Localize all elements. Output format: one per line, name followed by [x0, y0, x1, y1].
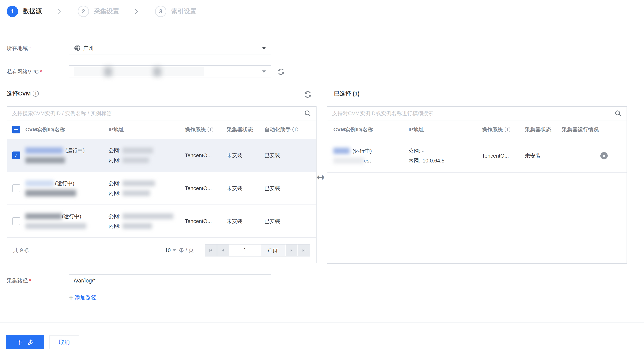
cancel-button[interactable]: 取消 — [50, 335, 79, 349]
redacted-public-ip — [122, 181, 155, 186]
page-size-select[interactable]: 10 条 / 页 — [165, 247, 194, 254]
current-page[interactable]: 1 — [230, 244, 260, 256]
step-3-circle: 3 — [155, 6, 166, 17]
refresh-vpc-icon[interactable] — [277, 68, 285, 76]
redacted-private-ip — [122, 223, 152, 229]
region-select[interactable]: 广州 — [69, 42, 271, 55]
divider — [0, 322, 644, 323]
redacted-instance-id — [25, 213, 62, 219]
selected-table-header: CVM实例ID/名称 IP地址 操作系统 采集器状态 采集器运行情况 — [327, 120, 626, 139]
redacted-public-ip — [122, 213, 173, 219]
select-all-checkbox[interactable] — [12, 126, 20, 133]
pager: 1 /1页 — [205, 244, 310, 256]
cvm-table-header: CVM实例ID/名称 IP地址 操作系统 采集器状态 自动化助手 — [7, 120, 316, 139]
add-path-link[interactable]: + 添加路径 — [69, 294, 96, 301]
region-value: 广州 — [83, 45, 94, 52]
assistant-status: 已安装 — [264, 185, 316, 192]
table-row[interactable]: (运行中) 公网: 内网: TencentO... 未安装 已安装 — [7, 205, 316, 238]
chevron-down-icon — [173, 249, 176, 251]
wizard-page: 1 数据源 2 采集设置 3 索引设置 所在地域* 广州 — [0, 0, 644, 356]
col-collector: 采集器状态 — [525, 126, 562, 133]
globe-icon — [74, 45, 81, 52]
total-pages: /1页 — [261, 244, 285, 256]
os-cell: TencentO... — [185, 152, 227, 159]
step-index-settings: 3 索引设置 — [155, 6, 196, 17]
col-id: CVM实例ID/名称 — [25, 126, 108, 133]
divider — [6, 30, 644, 30]
info-icon[interactable] — [33, 91, 39, 97]
step-1-label: 数据源 — [23, 7, 42, 16]
selected-title: 已选择 (1) — [334, 90, 360, 98]
collector-status: 未安装 — [525, 152, 562, 159]
assistant-status: 已安装 — [264, 152, 316, 159]
prev-page-button[interactable] — [217, 244, 229, 256]
step-chevron-icon — [56, 9, 60, 14]
col-os: 操作系统 — [482, 126, 525, 133]
table-row: (运行中) est 公网: - 内网:10.0.64.5 TencentO...… — [327, 139, 626, 173]
total-count: 共 9 条 — [13, 247, 30, 254]
step-2-label: 采集设置 — [94, 7, 119, 16]
info-icon[interactable] — [208, 127, 213, 132]
collector-status: 未安装 — [227, 218, 264, 225]
next-page-button[interactable] — [286, 244, 298, 256]
cvm-search-input[interactable] — [12, 110, 304, 117]
refresh-cvm-list-icon[interactable] — [304, 90, 312, 99]
collect-path-input[interactable] — [69, 274, 271, 287]
table-row[interactable]: (运行中) 公网: 内网: TencentO... 未安装 已安装 — [7, 139, 316, 172]
redacted-instance-name — [25, 157, 65, 163]
redacted-instance-id — [25, 147, 63, 154]
col-ip: IP地址 — [108, 126, 185, 133]
collector-status: 未安装 — [227, 185, 264, 192]
col-assistant: 自动化助手 — [264, 126, 316, 133]
search-icon[interactable] — [614, 110, 622, 117]
required-asterisk: * — [29, 45, 31, 51]
col-os: 操作系统 — [185, 126, 227, 133]
path-form-row: 采集路径* — [7, 274, 271, 287]
vpc-form-row: 私有网络VPC* — [7, 65, 285, 78]
row-checkbox[interactable] — [12, 152, 20, 159]
redacted-public-ip — [122, 148, 153, 153]
row-checkbox[interactable] — [12, 184, 20, 192]
pagination-bar: 共 9 条 10 条 / 页 1 /1页 — [7, 238, 316, 263]
col-id: CVM实例ID/名称 — [333, 126, 408, 133]
os-cell: TencentO... — [185, 218, 227, 224]
collector-status: 未安装 — [227, 152, 264, 159]
region-form-row: 所在地域* 广州 — [7, 42, 271, 55]
col-run: 采集器运行情况 — [562, 126, 600, 133]
selected-cvm-panel: CVM实例ID/名称 IP地址 操作系统 采集器状态 采集器运行情况 (运行中)… — [327, 106, 627, 264]
row-checkbox[interactable] — [12, 217, 20, 225]
step-collect-settings: 2 采集设置 — [78, 6, 119, 17]
step-chevron-icon — [133, 9, 138, 14]
required-asterisk: * — [29, 278, 31, 284]
step-3-label: 索引设置 — [171, 7, 196, 16]
selected-search-input[interactable] — [332, 110, 614, 117]
remove-icon[interactable]: × — [600, 152, 608, 159]
last-page-button[interactable] — [298, 244, 310, 256]
first-page-button[interactable] — [205, 244, 217, 256]
os-cell: TencentO... — [482, 153, 525, 159]
plus-icon: + — [69, 294, 73, 301]
run-status: - — [562, 153, 600, 159]
table-row[interactable]: (运行中) 公网: 内网: TencentO... 未安装 已安装 — [7, 172, 316, 205]
selected-search-bar — [327, 107, 626, 120]
redacted-instance-id — [25, 180, 54, 186]
cvm-source-panel: CVM实例ID/名称 IP地址 操作系统 采集器状态 自动化助手 (运行中) 公… — [7, 106, 316, 263]
redacted-instance-id — [333, 148, 350, 154]
assistant-status: 已安装 — [264, 218, 316, 225]
required-asterisk: * — [40, 69, 42, 75]
wizard-stepper: 1 数据源 2 采集设置 3 索引设置 — [7, 5, 196, 18]
transfer-arrow-icon: ↔ — [316, 171, 325, 183]
redacted-private-ip — [122, 157, 149, 163]
redacted-instance-name — [25, 223, 86, 229]
search-icon[interactable] — [304, 110, 311, 117]
chevron-down-icon — [262, 71, 266, 73]
redacted-vpc-value — [74, 67, 204, 76]
step-1-circle: 1 — [7, 6, 18, 17]
step-2-circle: 2 — [78, 6, 89, 17]
info-icon[interactable] — [292, 127, 298, 132]
vpc-select[interactable] — [69, 65, 271, 78]
col-ip: IP地址 — [408, 126, 482, 133]
info-icon[interactable] — [504, 127, 510, 132]
col-collector: 采集器状态 — [227, 126, 264, 133]
next-step-button[interactable]: 下一步 — [6, 335, 44, 349]
